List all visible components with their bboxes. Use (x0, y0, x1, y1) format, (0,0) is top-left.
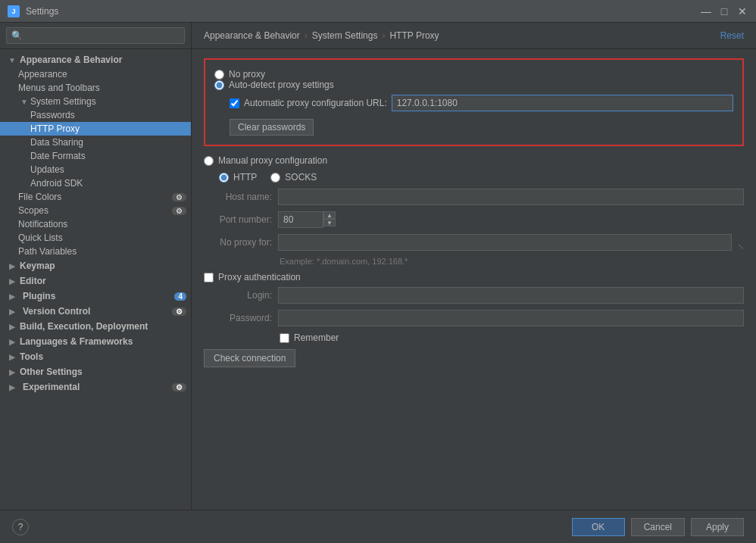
sidebar-item-label: Other Settings (20, 367, 83, 377)
sidebar-item-notifications[interactable]: Notifications (0, 217, 191, 231)
sidebar-item-plugins[interactable]: ▶ Plugins 4 (0, 289, 191, 304)
breadcrumb-item-1: Appearance & Behavior (204, 30, 300, 41)
minimize-btn[interactable]: — (700, 5, 712, 17)
maximize-btn[interactable]: □ (718, 5, 730, 17)
sidebar-item-label: Passwords (30, 110, 75, 120)
expand-arrow: ▶ (6, 353, 18, 361)
clear-passwords-button[interactable]: Clear passwords (230, 119, 314, 136)
cancel-button[interactable]: Cancel (631, 518, 685, 536)
sidebar-item-label: File Colors (18, 192, 61, 202)
expand-arrow: ▶ (6, 368, 18, 376)
proxy-auth-label[interactable]: Proxy authentication (218, 272, 301, 282)
sidebar-item-path-variables[interactable]: Path Variables (0, 245, 191, 258)
sidebar-item-file-colors[interactable]: File Colors ⚙ (0, 190, 191, 204)
auto-detect-section: Automatic proxy configuration URL: Clear… (230, 95, 733, 136)
expand-arrow: ▶ (6, 307, 18, 316)
host-name-row: Host name: (204, 189, 744, 205)
window-title: Settings (26, 6, 58, 17)
auto-config-checkbox[interactable] (230, 98, 239, 108)
sidebar-item-label: HTTP Proxy (30, 123, 80, 134)
check-connection-button[interactable]: Check connection (204, 349, 295, 367)
http-label[interactable]: HTTP (233, 172, 257, 183)
expand-arrow: ▶ (6, 323, 18, 331)
bottom-bar-left: ? (12, 519, 29, 535)
sidebar-item-tools[interactable]: ▶ Tools (0, 349, 191, 364)
password-row: Password: (204, 310, 744, 326)
login-label: Login: (204, 290, 272, 301)
sidebar-item-appearance[interactable]: Appearance (0, 67, 191, 81)
manual-proxy-label[interactable]: Manual proxy configuration (218, 155, 327, 166)
auto-detect-row: Auto-detect proxy settings (214, 80, 733, 90)
sidebar-item-label: Notifications (18, 219, 67, 229)
sidebar-item-quick-lists[interactable]: Quick Lists (0, 231, 191, 245)
auto-detect-label[interactable]: Auto-detect proxy settings (229, 80, 334, 90)
sidebar-item-data-sharing[interactable]: Data Sharing (0, 136, 191, 149)
search-input[interactable] (6, 27, 185, 44)
sidebar-item-label: Menus and Toolbars (18, 83, 100, 93)
expand-arrow: ▶ (6, 292, 18, 301)
sidebar-item-date-formats[interactable]: Date Formats (0, 149, 191, 163)
remember-label[interactable]: Remember (294, 332, 339, 343)
login-input[interactable] (278, 287, 744, 304)
remember-row: Remember (280, 332, 744, 343)
port-decrement-btn[interactable]: ▼ (323, 219, 336, 226)
remember-checkbox[interactable] (280, 333, 289, 343)
sidebar-item-experimental[interactable]: ▶ Experimental ⚙ (0, 379, 191, 395)
sidebar-item-http-proxy[interactable]: HTTP Proxy (0, 122, 191, 136)
main-content: Appearance & Behavior › System Settings … (192, 23, 756, 510)
expand-arrow: ▼ (6, 56, 18, 64)
sidebar-search-container (0, 23, 191, 49)
port-number-input[interactable] (278, 211, 323, 228)
settings-badge: ⚙ (172, 307, 186, 316)
sidebar-item-languages[interactable]: ▶ Languages & Frameworks (0, 334, 191, 349)
socks-radio[interactable] (270, 173, 280, 183)
no-proxy-for-label: No proxy for: (204, 237, 272, 248)
apply-button[interactable]: Apply (691, 518, 744, 536)
bottom-bar: ? OK Cancel Apply (0, 510, 756, 543)
auto-config-url-input[interactable] (392, 95, 733, 111)
reset-button[interactable]: Reset (720, 30, 744, 41)
settings-badge: ⚙ (172, 207, 186, 215)
http-radio[interactable] (219, 173, 229, 183)
sidebar: ▼ Appearance & Behavior Appearance Menus… (0, 23, 192, 510)
sidebar-item-updates[interactable]: Updates (0, 163, 191, 176)
sidebar-item-other-settings[interactable]: ▶ Other Settings (0, 364, 191, 379)
sidebar-item-version-control[interactable]: ▶ Version Control ⚙ (0, 304, 191, 319)
sidebar-item-android-sdk[interactable]: Android SDK (0, 176, 191, 190)
expand-arrow: ▶ (6, 262, 18, 270)
sidebar-item-keymap[interactable]: ▶ Keymap (0, 258, 191, 273)
password-input[interactable] (278, 310, 744, 326)
port-control: ▲ ▼ (278, 211, 336, 228)
sidebar-item-label: System Settings (30, 96, 96, 107)
no-proxy-radio[interactable] (214, 70, 224, 80)
sidebar-item-scopes[interactable]: Scopes ⚙ (0, 204, 191, 217)
sidebar-item-label: Build, Execution, Deployment (20, 321, 148, 332)
socks-label[interactable]: SOCKS (285, 172, 317, 183)
content-area: No proxy Auto-detect proxy settings Auto… (192, 49, 756, 510)
proxy-auth-checkbox[interactable] (204, 273, 214, 282)
expand-icon[interactable]: ⤡ (738, 242, 744, 251)
sidebar-item-editor[interactable]: ▶ Editor (0, 273, 191, 289)
sidebar-item-label: Editor (20, 276, 46, 286)
breadcrumb-item-3: HTTP Proxy (389, 30, 439, 41)
ok-button[interactable]: OK (572, 518, 625, 536)
sidebar-item-passwords[interactable]: Passwords (0, 108, 191, 122)
sidebar-item-label: Plugins (23, 291, 55, 301)
manual-proxy-radio[interactable] (204, 156, 214, 166)
sidebar-item-label: Appearance (18, 69, 67, 80)
close-btn[interactable]: ✕ (736, 5, 748, 17)
no-proxy-label[interactable]: No proxy (229, 69, 265, 80)
port-increment-btn[interactable]: ▲ (323, 211, 336, 219)
sidebar-item-build[interactable]: ▶ Build, Execution, Deployment (0, 319, 191, 334)
sidebar-item-menus-toolbars[interactable]: Menus and Toolbars (0, 81, 191, 95)
sidebar-item-system-settings[interactable]: ▼ System Settings (0, 95, 191, 108)
port-number-label: Port number: (204, 214, 272, 225)
help-button[interactable]: ? (12, 519, 29, 535)
sidebar-item-label: Experimental (23, 382, 80, 392)
auto-config-label[interactable]: Automatic proxy configuration URL: (244, 98, 387, 108)
auto-detect-radio[interactable] (214, 80, 224, 90)
host-name-input[interactable] (278, 189, 744, 205)
sidebar-item-appearance-behavior[interactable]: ▼ Appearance & Behavior (0, 52, 191, 67)
no-proxy-for-input[interactable] (278, 234, 732, 251)
app-icon: J (8, 5, 20, 17)
